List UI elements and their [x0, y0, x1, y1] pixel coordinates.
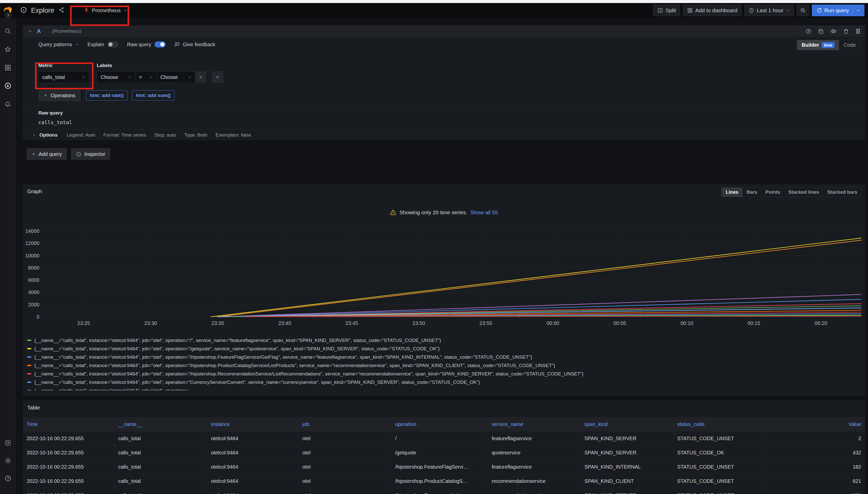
query-patterns-label: Query patterns	[38, 42, 72, 48]
table-cell: /hipstershop.Recommendation…	[392, 489, 488, 494]
legend-item[interactable]: {__name__="calls_total", instance="otelc…	[27, 344, 861, 353]
settings-gear-icon[interactable]	[2, 455, 14, 466]
graph-legend: {__name__="calls_total", instance="otelc…	[27, 336, 861, 391]
table-cell: otelcol:9464	[207, 432, 299, 445]
starred-icon[interactable]	[2, 44, 14, 55]
explore-compass-icon	[20, 6, 27, 14]
svg-text:10000: 10000	[25, 253, 39, 259]
sidebar-expand-button[interactable]	[5, 12, 12, 19]
legend-swatch	[27, 356, 31, 358]
legend-item[interactable]: {__name__="calls_total", instance="otelc…	[27, 369, 861, 378]
raw-query-value: calls_total	[38, 119, 861, 126]
query-help-icon[interactable]	[806, 28, 811, 34]
explain-toggle[interactable]	[107, 41, 119, 48]
graph-warning-text: Showing only 20 time series.	[399, 209, 467, 215]
column-header-service-name[interactable]: service_name	[488, 417, 581, 431]
warning-triangle-icon	[390, 209, 396, 216]
table-cell: STATUS_CODE_OK	[674, 446, 766, 460]
hint-button-0[interactable]: hint: add rate()	[86, 90, 128, 100]
raw-query-label: Raw query	[38, 110, 861, 116]
svg-text:8000: 8000	[28, 265, 39, 271]
options-label: Options	[39, 132, 58, 138]
label-value-select[interactable]: Choose	[157, 71, 195, 83]
add-to-dashboard-button[interactable]: Add to dashboard	[683, 4, 742, 16]
run-query-dropdown[interactable]	[853, 7, 860, 14]
zoom-out-button[interactable]	[797, 4, 809, 16]
column-header-value[interactable]: Value	[766, 417, 865, 431]
options-summary-item: Format: Time series	[104, 132, 146, 138]
builder-tab[interactable]: Builder Beta	[797, 40, 839, 50]
drag-handle-icon[interactable]	[855, 28, 861, 34]
label-key-select[interactable]: Choose	[97, 71, 135, 83]
datasource-picker[interactable]: Prometheus	[80, 4, 131, 16]
column-header--name-[interactable]: __name__	[114, 417, 207, 431]
code-tab[interactable]: Code	[839, 40, 861, 50]
graph-mode-stacked-lines[interactable]: Stacked lines	[784, 188, 823, 197]
dashboards-icon[interactable]	[2, 62, 14, 73]
legend-item[interactable]: {__name__="calls_total", instance="otelc…	[27, 361, 861, 369]
time-range-picker[interactable]: Last 1 hour	[744, 4, 794, 16]
table-row: 2022-10-16 00:22:29.655calls_totalotelco…	[23, 432, 865, 446]
table-cell: featureflagservice	[488, 460, 581, 474]
raw-query-toggle[interactable]	[155, 41, 166, 48]
svg-text:14000: 14000	[25, 228, 39, 234]
split-button[interactable]: Split	[653, 4, 680, 16]
add-label-filter-button[interactable]	[212, 71, 223, 83]
remove-label-filter-button[interactable]	[195, 71, 206, 83]
inspector-button[interactable]: Inspector	[71, 148, 110, 160]
add-to-dashboard-label: Add to dashboard	[695, 7, 737, 14]
sign-in-icon[interactable]	[2, 437, 14, 448]
column-header-operation[interactable]: operation	[392, 417, 488, 431]
add-operations-button[interactable]: Operations	[38, 90, 80, 101]
svg-text:0: 0	[37, 314, 39, 320]
delete-query-trash-icon[interactable]	[843, 28, 849, 34]
search-icon[interactable]	[2, 25, 14, 37]
share-icon[interactable]	[58, 7, 65, 14]
alerting-bell-icon[interactable]	[2, 98, 14, 110]
graph-mode-stacked-bars[interactable]: Stacked bars	[823, 188, 862, 197]
options-collapse-row[interactable]: Options Legend: AutoFormat: Time seriesS…	[23, 129, 865, 140]
column-header-span-kind[interactable]: span_kind	[581, 417, 674, 431]
graph-canvas[interactable]: 0200040006000800010000120001400023:2523:…	[23, 227, 865, 329]
give-feedback-link[interactable]: Give feedback	[174, 42, 216, 48]
top-navbar: Explore Prometheus	[0, 3, 868, 18]
legend-item[interactable]: {__name__="calls_total", instance="otelc…	[27, 353, 861, 361]
svg-text:23:45: 23:45	[345, 320, 358, 326]
svg-text:23:25: 23:25	[77, 320, 90, 326]
labels-block: Labels Choose = Choose	[97, 63, 223, 83]
query-row-header[interactable]: A (Prometheus)	[23, 26, 865, 37]
query-patterns-dropdown[interactable]: Query patterns	[38, 42, 79, 48]
metric-select[interactable]: calls_total	[38, 71, 89, 83]
browser-edge-strip	[0, 0, 868, 3]
builder-label: Builder	[802, 42, 819, 48]
graph-mode-lines[interactable]: Lines	[722, 188, 742, 197]
legend-item[interactable]: {__name__="calls_total", instance="otelc…	[27, 336, 861, 344]
column-header-job[interactable]: job	[299, 417, 392, 431]
table-header-row: Time__name__instancejoboperationservice_…	[23, 417, 865, 432]
table-row: 2022-10-16 00:22:29.655calls_totalotelco…	[23, 474, 865, 489]
table-cell: 2022-10-16 00:22:29.655	[23, 446, 114, 460]
run-query-label: Run query	[824, 7, 849, 14]
add-query-button[interactable]: Add query	[26, 148, 67, 160]
raw-query-section: Raw query calls_total	[23, 106, 865, 126]
table-cell: /hipstershop.ProductCatalogS…	[392, 474, 488, 488]
column-header-time[interactable]: Time	[23, 417, 114, 431]
run-query-button[interactable]: Run query	[812, 4, 865, 16]
help-icon[interactable]	[2, 473, 14, 484]
explore-icon[interactable]	[2, 80, 14, 91]
options-summary-item: Type: Both	[184, 132, 207, 138]
hide-query-eye-icon[interactable]	[830, 28, 836, 34]
labels-label: Labels	[97, 63, 223, 68]
label-operator-select[interactable]: =	[135, 71, 157, 83]
legend-swatch	[27, 382, 31, 383]
legend-item[interactable]: {__name__="calls_total", instance="otelc…	[27, 378, 861, 386]
column-header-instance[interactable]: instance	[207, 417, 299, 431]
hint-button-1[interactable]: hint: add sum()	[132, 90, 175, 100]
show-all-series-link[interactable]: Show all 55	[470, 209, 498, 215]
table-cell: SPAN_KIND_SERVER	[581, 489, 674, 494]
graph-mode-bars[interactable]: Bars	[742, 188, 761, 197]
legend-item[interactable]: {__name__="calls_total", instance="otelc…	[27, 386, 861, 391]
graph-mode-points[interactable]: Points	[761, 188, 784, 197]
column-header-status-code[interactable]: status_code	[674, 417, 766, 431]
duplicate-query-icon[interactable]	[818, 28, 824, 34]
